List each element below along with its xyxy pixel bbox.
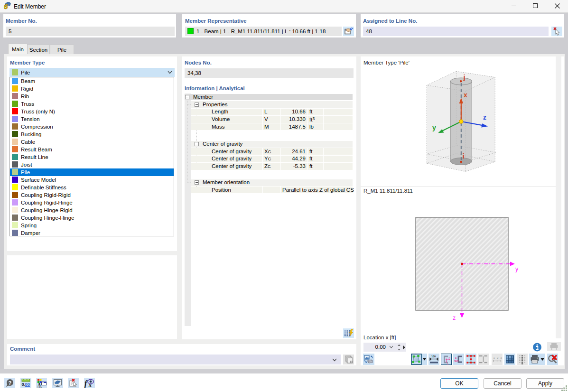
svg-text:y: y bbox=[515, 266, 519, 272]
svg-text:f: f bbox=[84, 379, 88, 388]
svg-text:?: ? bbox=[9, 380, 12, 386]
svg-text:z: z bbox=[453, 315, 456, 321]
svg-text:x: x bbox=[464, 91, 467, 99]
svg-text:j: j bbox=[463, 74, 466, 81]
svg-text:6: 6 bbox=[4, 2, 8, 9]
svg-text:i: i bbox=[463, 152, 465, 160]
svg-text:1 2 3: 1 2 3 bbox=[494, 356, 503, 359]
svg-text:x: x bbox=[88, 382, 92, 388]
svg-text:y: y bbox=[449, 356, 450, 359]
svg-text:1 B Ib: 1 B Ib bbox=[37, 386, 42, 388]
svg-text:sc: sc bbox=[454, 359, 458, 363]
svg-text:100: 100 bbox=[431, 355, 436, 358]
svg-text:z: z bbox=[483, 113, 486, 121]
svg-text:00: 00 bbox=[25, 382, 30, 387]
svg-text:z: z bbox=[447, 363, 448, 365]
svg-text:y: y bbox=[432, 124, 436, 131]
